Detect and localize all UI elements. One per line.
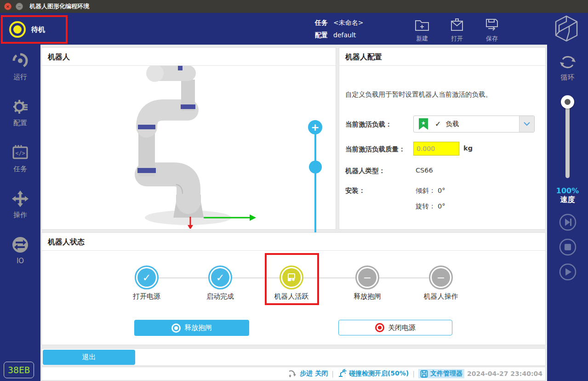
minus-icon: − (432, 268, 450, 287)
loop-control[interactable]: 循环 (547, 53, 588, 82)
close-icon[interactable]: ✕ (4, 3, 11, 10)
step-arrow-icon (288, 369, 297, 378)
play-icon (559, 263, 577, 281)
code-window-icon: </> (11, 144, 29, 162)
payload-mass-input[interactable] (413, 142, 459, 156)
config-label: 配置 (315, 31, 328, 39)
statusbar-separator: | (412, 370, 415, 377)
robot-type-label: 机器人类型： (345, 167, 385, 175)
standby-status-label: 待机 (31, 25, 45, 34)
stop-button[interactable] (547, 238, 588, 256)
sidebar-item-operate[interactable]: 操作 (0, 190, 40, 228)
speed-slider-knob[interactable] (561, 95, 574, 109)
sidebar-item-io[interactable]: IO (0, 236, 40, 274)
window-title: 机器人图形化编程环境 (29, 2, 89, 11)
zoom-in-button[interactable]: + (308, 120, 322, 134)
speed-slider-track[interactable] (565, 99, 570, 178)
check-icon: ✓ (137, 268, 156, 287)
brand-logo (549, 14, 583, 43)
robot-mode-indicator[interactable]: 待机 (1, 15, 68, 44)
config-panel-title: 机器人配置 (339, 48, 545, 66)
sidebar-item-run[interactable]: 运行 (0, 52, 40, 90)
minus-icon: − (358, 268, 377, 287)
robot-panel-title: 机器人 (42, 48, 336, 66)
power-off-label: 关闭电源 (388, 323, 416, 332)
robot-id-badge[interactable]: 38EB (4, 362, 34, 378)
mount-label: 安装： (345, 186, 365, 195)
check-icon: ✓ (211, 268, 229, 287)
mass-unit-label: kg (463, 144, 473, 152)
speed-value: 100% (547, 186, 588, 195)
step-release-brake: − 释放抱闸 (340, 266, 395, 301)
mount-rotate-value: 旋转： 0° (416, 202, 445, 211)
right-sidebar: 循环 100% 速度 (547, 45, 588, 381)
step-power-on: ✓ 打开电源 (119, 266, 174, 301)
release-brake-button[interactable]: 释放抱闸 (134, 320, 249, 336)
save-task-button[interactable]: 保存 (474, 15, 509, 43)
task-value: <未命名> (333, 19, 363, 26)
standby-status-icon (9, 21, 26, 38)
power-off-button[interactable]: 关闭电源 (338, 320, 452, 335)
step-power-on-label: 打开电源 (119, 292, 174, 301)
save-task-label: 保存 (486, 35, 498, 43)
exit-bar: 退出 (41, 348, 546, 366)
active-payload-label: 当前激活负载： (345, 120, 392, 129)
collision-detection-indicator[interactable]: 碰撞检测开启(50%) (337, 369, 409, 378)
step-release-brake-label: 释放抱闸 (340, 292, 395, 301)
minimize-icon[interactable]: − (16, 3, 23, 10)
task-label: 任务 (315, 19, 328, 26)
open-task-button[interactable]: 打开 (440, 15, 474, 43)
sidebar-item-config[interactable]: 配置 (0, 98, 40, 136)
step-forward-button[interactable] (547, 214, 588, 231)
loop-icon (558, 53, 577, 71)
collision-robot-icon (337, 369, 347, 378)
io-swap-icon (11, 236, 29, 254)
app-window: ✕ − 机器人图形化编程环境 待机 任务<未命名> 配置default 新建 打… (0, 0, 588, 381)
task-config-info: 任务<未命名> 配置default (315, 17, 363, 41)
svg-text:</>: </> (15, 150, 25, 156)
file-manager-icon (420, 370, 428, 378)
status-bar: 步进 关闭 | 碰撞检测开启(50%) | 文件管理器 2024-04-27 2… (41, 367, 546, 381)
robot-3d-viewport[interactable]: + − (42, 66, 336, 229)
file-manager-button[interactable]: 文件管理器 (418, 369, 464, 378)
zoom-knob[interactable] (309, 161, 322, 173)
step-boot-complete: ✓ 启动完成 (193, 266, 248, 301)
statusbar-separator: | (331, 370, 334, 377)
robot-status-panel: 机器人状态 ✓ 打开电源 ✓ 启动完成 机器人活跃 − 释放抱闸 − 机器人操作… (41, 232, 546, 345)
header: 待机 任务<未命名> 配置default 新建 打开 保存 (0, 13, 588, 45)
radio-dot-icon (171, 323, 181, 333)
open-file-icon (449, 17, 465, 33)
payload-description: 自定义负载用于暂时设置机器人当前激活的负载。 (345, 90, 492, 99)
step-boot-complete-label: 启动完成 (193, 292, 248, 301)
new-task-button[interactable]: 新建 (405, 15, 440, 43)
new-task-label: 新建 (416, 35, 428, 43)
sidebar-item-task-label: 任务 (13, 165, 27, 173)
sidebar-item-io-label: IO (17, 257, 24, 265)
payload-select[interactable]: ★ ✓ 负载 (413, 115, 535, 133)
system-datetime: 2024-04-27 23:40:04 (467, 370, 542, 377)
save-icon (484, 17, 500, 33)
skip-next-icon (559, 214, 577, 231)
annotation-box-robot-active (265, 253, 319, 305)
left-sidebar: 运行 配置 </> 任务 操作 IO 38EB (0, 45, 40, 381)
robot-type-value: CS66 (416, 167, 433, 174)
status-panel-title: 机器人状态 (42, 233, 545, 251)
play-button[interactable] (547, 263, 588, 281)
robot-config-panel: 机器人配置 自定义负载用于暂时设置机器人当前激活的负载。 当前激活负载： ★ ✓… (339, 47, 546, 230)
payload-mass-label: 当前激活负载质量： (345, 145, 405, 154)
payload-selected-value: 负载 (445, 120, 459, 128)
chevron-down-icon[interactable] (519, 116, 534, 132)
titlebar: ✕ − 机器人图形化编程环境 (0, 0, 588, 13)
header-actions: 新建 打开 保存 (405, 15, 509, 43)
cube-logo-icon (554, 15, 579, 42)
exit-button[interactable]: 退出 (43, 350, 135, 365)
sidebar-item-task[interactable]: </> 任务 (0, 144, 40, 182)
robot-arm-image (42, 66, 336, 229)
open-task-label: 打开 (451, 35, 463, 43)
gear-icon (11, 98, 29, 116)
mount-tilt-value: 倾斜： 0° (416, 186, 445, 195)
sidebar-item-config-label: 配置 (13, 119, 27, 127)
payload-check-icon: ✓ (435, 120, 441, 128)
move-arrows-icon (11, 190, 29, 208)
step-mode-indicator[interactable]: 步进 关闭 (288, 369, 328, 378)
